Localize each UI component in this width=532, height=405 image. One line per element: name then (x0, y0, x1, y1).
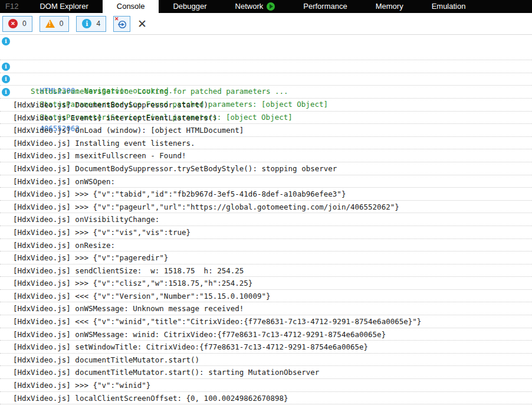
tab-console[interactable]: Console (103, 0, 159, 13)
log-text: [HdxVideo.js] DocumentBodySuppressor.sta… (13, 100, 208, 109)
console-log-row: [HdxVideo.js] >>> {"v":"winid"} (0, 379, 532, 392)
log-text: [HdxVideo.js] setWindowTitle: CitrixVide… (13, 342, 368, 351)
console-log-row: [HdxVideo.js] <<< {"v":"winid","title":"… (0, 315, 532, 328)
console-log-row: [HdxVideo.js] documentTitleMutator.start… (0, 366, 532, 379)
log-text: [HdxVideo.js] onWSMessage: winid: Citrix… (13, 330, 386, 339)
console-log-row: [HdxVideo.js] onResize: (0, 239, 532, 252)
console-log-row: [HdxVideo.js] onVisibilityChange: (0, 213, 532, 226)
tab-emulation[interactable]: Emulation (418, 0, 480, 13)
console-log-row: [HdxVideo.js] >>> {"v":"vis","vis":true} (0, 226, 532, 239)
log-text: [HdxVideo.js] >>> {"v":"vis","vis":true} (13, 228, 191, 237)
warning-icon (45, 19, 55, 28)
log-text: [HdxVideo.js] >>> {"v":"pageredir"} (13, 253, 168, 262)
console-log-row: [HdxVideo.js] documentTitleMutator.start… (0, 354, 532, 367)
console-log-row: [HdxVideo.js] <<< {"v":"Version","Number… (0, 290, 532, 303)
console-log-row: [HdxVideo.js] onWSMessage: Unknown messa… (0, 302, 532, 315)
console-log-row: [HdxVideo.js] >>> {"v":"clisz","w":1518.… (0, 277, 532, 290)
error-filter-button[interactable]: 0 (2, 16, 32, 32)
log-text: [HdxVideo.js] Installing event listeners… (13, 139, 195, 148)
log-text: [HdxVideo.js] OnLoad (window): [object H… (13, 126, 244, 135)
log-text: [HdxVideo.js] DocumentBodySuppressor.try… (13, 164, 337, 173)
clear-console-button[interactable]: ✕ (136, 18, 148, 30)
tab-network[interactable]: Network (221, 0, 290, 13)
log-text: [HdxVideo.js] localClientScreenOffset: {… (13, 394, 288, 403)
info-icon (2, 37, 10, 45)
info-filter-button[interactable]: 4 (76, 16, 106, 32)
log-text: [HdxVideo.js] onResize: (13, 241, 115, 250)
tab-debugger[interactable]: Debugger (159, 0, 221, 13)
console-entry-info-expandable: StatusParametersService Final parameters… (0, 86, 532, 99)
log-text: [HdxVideo.js] >>> {"v":"winid"} (13, 381, 150, 390)
console-log-row: [HdxVideo.js] >>> {"v":"tabid","id":"fb2… (0, 188, 532, 201)
console-log-row: [HdxVideo.js] >>> {"v":"pageurl","url":"… (0, 201, 532, 214)
info-icon (2, 75, 10, 83)
info-icon (2, 88, 10, 96)
log-text: [HdxVideo.js] onVisibilityChange: (13, 215, 159, 224)
console-log-row: [HdxVideo.js] onWSOpen: (0, 175, 532, 188)
console-log-row: [HdxVideo.js] sendClientSize: w: 1518.75… (0, 264, 532, 277)
console-log-row: [HdxVideo.js] onWSMessage: winid: Citrix… (0, 328, 532, 341)
console-entry-info-expandable: StatusParametersService Found patched pa… (0, 73, 532, 86)
log-text: [HdxVideo.js] onWSOpen: (13, 177, 115, 186)
warning-count: 0 (60, 19, 64, 28)
info-count: 4 (96, 19, 100, 28)
console-log-row: [HdxVideo.js] OnLoad (window): [object H… (0, 124, 532, 137)
console-log-row: [HdxVideo.js] >>> {"v":"pageredir"} (0, 252, 532, 264)
console-log-row: [HdxVideo.js] Installing event listeners… (0, 137, 532, 150)
info-icon (2, 63, 10, 71)
clear-on-navigate-x-icon: ✕ (114, 16, 119, 22)
log-text: [HdxVideo.js] onWSMessage: Unknown messa… (13, 304, 244, 313)
console-toolbar: 0 0 4 ✕ ✕ (0, 13, 532, 35)
warning-filter-button[interactable]: 0 (40, 16, 70, 32)
console-entry-navigation: HTML1300: Navigation occurred. 406552062 (0, 35, 532, 60)
error-icon (8, 19, 18, 28)
console-output: HTML1300: Navigation occurred. 406552062… (0, 35, 532, 405)
devtools-tab-bar: F12 DOM Explorer Console Debugger Networ… (0, 0, 532, 13)
info-icon (82, 19, 91, 28)
console-log-row: [HdxVideo.js] DocumentBodySuppressor.sta… (0, 99, 532, 112)
error-count: 0 (22, 19, 27, 28)
log-text: [HdxVideo.js] sendClientSize: w: 1518.75… (13, 266, 244, 275)
console-log-row: [HdxVideo.js] setWindowTitle: CitrixVide… (0, 341, 532, 354)
console-log-row: [HdxVideo.js] localClientScreenOffset: {… (0, 392, 532, 405)
log-text: [HdxVideo.js] >>> {"v":"tabid","id":"fb2… (13, 190, 346, 198)
console-log-row: [HdxVideo.js] msexitFullscreen - Found! (0, 149, 532, 162)
log-text: [HdxVideo.js] msexitFullscreen - Found! (13, 151, 186, 160)
console-log-row: [HdxVideo.js] DocumentBodySuppressor.try… (0, 162, 532, 175)
log-text: [HdxVideo.js] >>> {"v":"clisz","w":1518.… (13, 279, 252, 288)
tab-dom-explorer[interactable]: DOM Explorer (25, 0, 102, 13)
console-entry-info: StatusParametersService Looking for patc… (0, 60, 532, 73)
log-text: [HdxVideo.js] documentTitleMutator.start… (13, 368, 319, 377)
log-text: [HdxVideo.js] <<< {"v":"winid","title":"… (13, 317, 421, 326)
tab-performance[interactable]: Performance (289, 0, 361, 13)
log-text: [HdxVideo.js] <<< {"v":"Version","Number… (13, 292, 271, 301)
console-log-row: [HdxVideo.js Events] interceptEventListe… (0, 112, 532, 125)
f12-label: F12 (0, 0, 25, 13)
log-text: [HdxVideo.js Events] interceptEventListe… (13, 113, 217, 122)
tab-network-label: Network (235, 0, 264, 13)
network-profiling-play-icon (267, 2, 275, 11)
log-text: [HdxVideo.js] >>> {"v":"pageurl","url":"… (13, 203, 399, 211)
log-text: [HdxVideo.js] documentTitleMutator.start… (13, 355, 199, 364)
clear-on-navigate-button[interactable]: ✕ (113, 16, 130, 32)
tab-memory[interactable]: Memory (362, 0, 418, 13)
